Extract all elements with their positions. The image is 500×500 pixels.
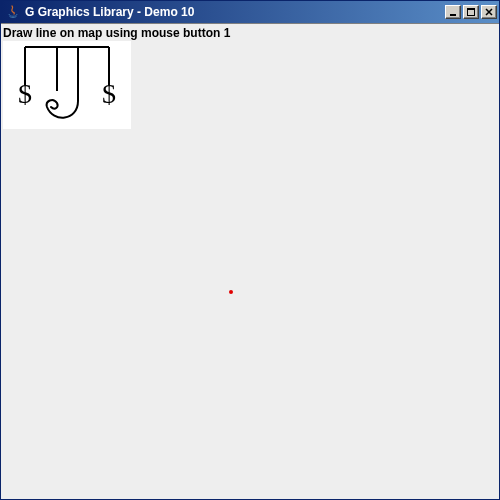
maximize-button[interactable] (463, 5, 479, 19)
logo-panel: $ $ (3, 41, 131, 129)
svg-rect-0 (450, 14, 456, 16)
window-title: G Graphics Library - Demo 10 (25, 5, 445, 19)
close-button[interactable] (481, 5, 497, 19)
drawn-point (229, 290, 233, 294)
decorative-glyph-icon: $ $ (3, 41, 131, 129)
svg-text:$: $ (18, 78, 32, 109)
java-app-icon (5, 4, 21, 20)
titlebar[interactable]: G Graphics Library - Demo 10 (1, 1, 499, 23)
application-window: G Graphics Library - Demo 10 Draw line o… (0, 0, 500, 500)
svg-rect-2 (467, 8, 475, 10)
drawing-canvas[interactable]: Draw line on map using mouse button 1 $ … (1, 23, 499, 499)
svg-text:$: $ (102, 78, 116, 109)
window-controls (445, 5, 499, 19)
instruction-text: Draw line on map using mouse button 1 (3, 26, 230, 40)
minimize-button[interactable] (445, 5, 461, 19)
